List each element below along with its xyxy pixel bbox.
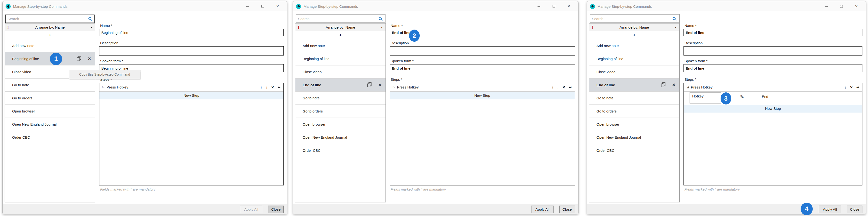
- list-item[interactable]: Open browser: [295, 118, 385, 131]
- close-window-button[interactable]: ✕: [270, 1, 285, 11]
- expander-expanded-icon[interactable]: ◢: [687, 86, 689, 89]
- edit-hotkey-icon[interactable]: ✎: [740, 94, 744, 100]
- list-item[interactable]: Open New England Journal: [589, 131, 679, 144]
- list-item[interactable]: Add new note: [295, 39, 385, 52]
- list-item[interactable]: Add new note: [589, 39, 679, 52]
- list-item[interactable]: Order CBC: [589, 144, 679, 157]
- arrange-by-header[interactable]: ! Arrange by: Name ▲: [589, 23, 679, 31]
- add-command-button[interactable]: +: [589, 31, 679, 39]
- list-item[interactable]: Open browser: [5, 105, 95, 118]
- steps-panel: ▷ Press Hotkey ↑ ↓ ✕ ↩ New Step: [99, 83, 284, 185]
- list-item[interactable]: Go to note: [5, 79, 95, 92]
- apply-all-button[interactable]: Apply All: [819, 206, 841, 213]
- new-step-button[interactable]: New Step: [390, 92, 575, 99]
- list-item[interactable]: Go to orders: [589, 105, 679, 118]
- description-field[interactable]: [390, 46, 575, 56]
- list-item-label: Close video: [303, 70, 321, 74]
- description-field[interactable]: [99, 46, 284, 56]
- step-row-press-hotkey[interactable]: ◢ Press Hotkey ↑ ↓ ✕ ↩: [684, 83, 862, 92]
- list-item[interactable]: Open New England Journal: [295, 131, 385, 144]
- list-item[interactable]: Go to note: [295, 92, 385, 105]
- mandatory-note: Fields marked with * are mandatory: [684, 187, 740, 191]
- step-row-press-hotkey[interactable]: ▷ Press Hotkey ↑ ↓ ✕ ↩: [390, 83, 575, 92]
- description-field[interactable]: [683, 46, 862, 56]
- maximize-button[interactable]: [546, 1, 561, 11]
- undo-step-icon[interactable]: ↩: [278, 85, 281, 89]
- close-window-button[interactable]: ✕: [561, 1, 576, 11]
- list-item[interactable]: Order CBC: [5, 131, 95, 144]
- move-step-down-icon[interactable]: ↓: [845, 85, 846, 89]
- step-title: Press Hotkey: [106, 85, 128, 89]
- expander-collapsed-icon[interactable]: ▷: [393, 86, 395, 89]
- maximize-button[interactable]: [834, 1, 849, 11]
- titlebar[interactable]: Manage Step-by-step Commands ✕: [587, 1, 866, 11]
- search-input[interactable]: Search: [296, 14, 385, 23]
- close-button[interactable]: Close: [559, 206, 575, 213]
- steps-panel: ◢ Press Hotkey ↑ ↓ ✕ ↩ Hotkey ✎ End New …: [683, 83, 862, 185]
- step-row-press-hotkey[interactable]: ▷ Press Hotkey ↑ ↓ ✕ ↩: [99, 83, 283, 92]
- add-command-button[interactable]: +: [295, 31, 385, 39]
- delete-step-icon[interactable]: ✕: [271, 85, 274, 89]
- new-step-button[interactable]: New Step: [99, 92, 283, 99]
- apply-all-button[interactable]: Apply All: [531, 206, 554, 213]
- close-window-button[interactable]: ✕: [849, 1, 864, 11]
- move-step-down-icon[interactable]: ↓: [557, 85, 559, 89]
- minimize-button[interactable]: [819, 1, 834, 11]
- new-step-button[interactable]: New Step: [684, 105, 862, 113]
- close-button[interactable]: Close: [268, 206, 284, 213]
- list-item[interactable]: Go to note: [589, 92, 679, 105]
- apply-all-button[interactable]: Apply All: [240, 206, 262, 213]
- step-actions: ↑ ↓ ✕ ↩: [552, 85, 572, 89]
- window-title: Manage Step-by-step Commands: [13, 4, 67, 8]
- titlebar[interactable]: Manage Step-by-step Commands ✕: [293, 1, 578, 11]
- hotkey-value[interactable]: End: [762, 95, 768, 99]
- list-item[interactable]: Add new note: [5, 39, 95, 52]
- list-item-selected[interactable]: End of line ✕: [295, 79, 385, 92]
- list-item[interactable]: Beginning of line: [589, 52, 679, 65]
- move-step-up-icon[interactable]: ↑: [261, 85, 262, 89]
- move-step-down-icon[interactable]: ↓: [266, 85, 268, 89]
- list-item[interactable]: Order CBC: [295, 144, 385, 157]
- list-item[interactable]: Open New England Journal: [5, 118, 95, 131]
- titlebar[interactable]: Manage Step-by-step Commands ✕: [3, 1, 287, 11]
- search-input[interactable]: Search: [5, 14, 95, 23]
- copy-command-icon[interactable]: [367, 82, 372, 88]
- arrange-by-header[interactable]: ! Arrange by: Name ▲: [295, 23, 385, 31]
- copy-command-icon[interactable]: [661, 82, 665, 88]
- collapse-triangle-icon: ▲: [90, 26, 93, 29]
- delete-step-icon[interactable]: ✕: [562, 85, 565, 89]
- list-item[interactable]: Go to orders: [295, 105, 385, 118]
- spoken-form-label: Spoken form *: [391, 59, 414, 63]
- spoken-form-field[interactable]: [683, 64, 862, 72]
- move-step-up-icon[interactable]: ↑: [552, 85, 554, 89]
- add-command-button[interactable]: +: [5, 31, 95, 39]
- spoken-form-field[interactable]: [390, 64, 575, 72]
- name-field[interactable]: [99, 29, 284, 36]
- list-item[interactable]: Close video: [295, 65, 385, 79]
- delete-step-icon[interactable]: ✕: [850, 85, 853, 89]
- search-input[interactable]: Search: [590, 14, 679, 23]
- expander-collapsed-icon[interactable]: ▷: [102, 86, 104, 89]
- list-item-selected[interactable]: End of line ✕: [589, 79, 679, 92]
- maximize-button[interactable]: [255, 1, 270, 11]
- delete-command-icon[interactable]: ✕: [88, 56, 91, 61]
- close-button[interactable]: Close: [847, 206, 862, 213]
- arrange-by-header[interactable]: ! Arrange by: Name ▲: [5, 23, 95, 31]
- undo-step-icon[interactable]: ↩: [856, 85, 859, 89]
- minimize-button[interactable]: [240, 1, 255, 11]
- list-item[interactable]: Close video: [589, 65, 679, 79]
- copy-command-icon[interactable]: [76, 56, 81, 62]
- search-icon: [672, 17, 677, 22]
- delete-command-icon[interactable]: ✕: [378, 83, 382, 88]
- move-step-up-icon[interactable]: ↑: [839, 85, 841, 89]
- list-item[interactable]: Beginning of line: [295, 52, 385, 65]
- list-item[interactable]: Go to orders: [5, 92, 95, 105]
- minimize-button[interactable]: [531, 1, 546, 11]
- spoken-form-label: Spoken form *: [684, 59, 708, 63]
- undo-step-icon[interactable]: ↩: [569, 85, 572, 89]
- list-item[interactable]: Open browser: [589, 118, 679, 131]
- delete-command-icon[interactable]: ✕: [672, 83, 676, 88]
- steps-label: Steps *: [391, 77, 402, 82]
- maximize-icon: [261, 5, 264, 8]
- name-field[interactable]: [683, 29, 862, 36]
